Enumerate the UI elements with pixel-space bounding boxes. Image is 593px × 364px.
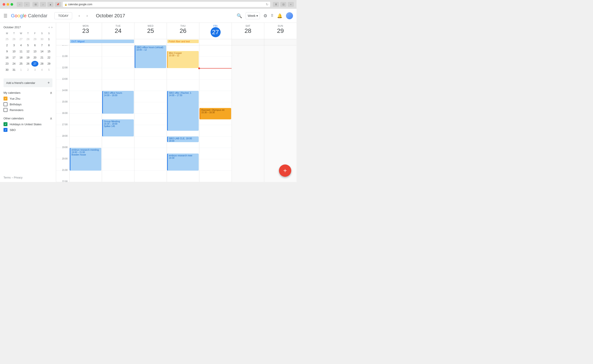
mini-cal-day[interactable]: 3 xyxy=(31,67,38,73)
mini-cal-day[interactable]: 19 xyxy=(25,55,32,60)
time-cell-2-0[interactable] xyxy=(69,68,102,79)
calendar-item-holidays[interactable]: ✓ Holidays in United States xyxy=(4,121,52,127)
reminders-checkbox[interactable] xyxy=(4,108,7,112)
today-button[interactable]: TODAY xyxy=(54,12,72,19)
time-cell-3-5[interactable] xyxy=(232,79,264,91)
time-cell-7-6[interactable] xyxy=(264,125,296,136)
event-embryo-research-mon[interactable]: embryo research meeting19:00 – 21:00Bowd… xyxy=(70,148,101,171)
mini-cal-day[interactable]: 27 xyxy=(18,36,25,42)
mini-cal-day[interactable]: 5 xyxy=(25,42,32,48)
address-bar[interactable]: 🔒 calendar.google.com ↻ xyxy=(63,2,270,7)
add-friend-calendar-button[interactable]: Add a friend's calendar + xyxy=(4,78,52,87)
apps-button[interactable]: ⠿ xyxy=(271,13,273,18)
mini-cal-day[interactable]: 12 xyxy=(25,49,32,54)
time-cell-9-4[interactable] xyxy=(199,148,232,159)
time-cell-6-0[interactable] xyxy=(69,114,102,125)
close-button[interactable] xyxy=(3,3,5,6)
mini-cal-day[interactable]: 24 xyxy=(11,61,18,67)
time-cell-0-1[interactable] xyxy=(102,45,134,57)
mini-cal-day[interactable]: 26 xyxy=(25,61,32,67)
time-cell-11-3[interactable] xyxy=(167,171,199,182)
time-cell-1-0[interactable] xyxy=(69,57,102,68)
time-cell-0-4[interactable] xyxy=(199,45,232,57)
other-calendars-collapse[interactable]: ∧ xyxy=(50,116,52,120)
time-cell-0-6[interactable] xyxy=(264,45,296,57)
my-calendars-collapse[interactable]: ∧ xyxy=(50,91,52,95)
time-cell-9-6[interactable] xyxy=(264,148,296,159)
event-embryo-research-thu[interactable]: embryo research mee19:30 xyxy=(167,154,199,171)
mini-cal-day[interactable]: 3 xyxy=(11,42,18,48)
time-cell-4-6[interactable] xyxy=(264,91,296,102)
mini-cal-day[interactable]: 25 xyxy=(18,61,25,67)
prev-week-button[interactable]: ‹ xyxy=(76,12,83,19)
mini-cal-day[interactable]: 20 xyxy=(31,55,38,60)
mini-cal-next[interactable]: › xyxy=(51,26,52,29)
time-cell-0-5[interactable] xyxy=(232,45,264,57)
time-cell-7-0[interactable] xyxy=(69,125,102,136)
view-selector[interactable]: Week ▾ xyxy=(246,12,260,19)
sbo-checkbox[interactable]: ✓ xyxy=(4,128,7,132)
next-week-button[interactable]: › xyxy=(84,12,91,19)
out-miguel-event[interactable]: OUT: Miguel xyxy=(70,40,134,43)
user-avatar[interactable] xyxy=(286,12,293,19)
event-sbo-office-hours-thu[interactable]: SBO offie | Rachel, 114:00 – 17:30 xyxy=(167,91,199,131)
calendar-item-sbo[interactable]: ✓ SBO xyxy=(4,127,52,133)
mini-cal-day[interactable]: 10 xyxy=(11,49,18,54)
time-cell-4-4[interactable] xyxy=(199,91,232,102)
time-cell-2-6[interactable] xyxy=(264,68,296,79)
calendar-item-reminders[interactable]: Reminders xyxy=(4,107,52,113)
mini-cal-day[interactable]: 15 xyxy=(45,49,52,54)
time-cell-10-2[interactable] xyxy=(134,159,167,171)
create-event-button[interactable]: + xyxy=(279,164,291,177)
mini-cal-day[interactable]: 29 xyxy=(31,36,38,42)
time-cell-8-5[interactable] xyxy=(232,136,264,148)
minimize-button[interactable] xyxy=(7,3,9,6)
upload-icon[interactable]: ⬆ xyxy=(273,2,279,7)
mini-cal-day[interactable]: 11 xyxy=(18,49,25,54)
time-cell-8-0[interactable] xyxy=(69,136,102,148)
time-cell-11-2[interactable] xyxy=(134,171,167,182)
time-cell-2-4[interactable] xyxy=(199,68,232,79)
time-cell-11-1[interactable] xyxy=(102,171,134,182)
polish-fiber-event[interactable]: Polish fiber and test xyxy=(167,40,199,43)
calendar-item-birthdays[interactable]: Birthdays xyxy=(4,101,52,107)
time-cell-6-5[interactable] xyxy=(232,114,264,125)
time-cell-10-4[interactable] xyxy=(199,159,232,171)
time-cell-11-0[interactable] xyxy=(69,171,102,182)
time-cell-3-4[interactable] xyxy=(199,79,232,91)
bookmark-icon[interactable]: ♪ xyxy=(40,2,46,7)
new-tab-icon[interactable]: + xyxy=(288,2,294,7)
time-cell-8-1[interactable] xyxy=(102,136,134,148)
mini-cal-day[interactable]: 31 xyxy=(11,67,18,73)
back-button[interactable]: ‹ xyxy=(17,2,23,7)
mini-cal-day[interactable]: 28 xyxy=(25,36,32,42)
mini-cal-day[interactable]: 26 xyxy=(11,36,18,42)
mini-cal-day[interactable]: 4 xyxy=(38,67,45,73)
time-cell-4-5[interactable] xyxy=(232,91,264,102)
time-cell-2-1[interactable] xyxy=(102,68,134,79)
mini-cal-day[interactable]: 22 xyxy=(45,55,52,60)
mini-cal-day[interactable]: 17 xyxy=(11,55,18,60)
time-cell-10-1[interactable] xyxy=(102,159,134,171)
maximize-button[interactable] xyxy=(11,3,13,6)
event-ravneet[interactable]: Ravneet: Olympus int15:30 – 16:30 xyxy=(200,108,231,119)
time-cell-11-5[interactable] xyxy=(232,171,264,182)
time-cell-1-1[interactable] xyxy=(102,57,134,68)
time-cell-3-6[interactable] xyxy=(264,79,296,91)
calendar-item-yue-zhu[interactable]: ✓ Yue Zhu xyxy=(4,96,52,101)
search-button[interactable]: 🔍 xyxy=(237,13,242,18)
time-cell-7-5[interactable] xyxy=(232,125,264,136)
share-icon[interactable]: ▲ xyxy=(47,2,54,7)
time-cell-9-2[interactable] xyxy=(134,148,167,159)
hamburger-menu[interactable]: ☰ xyxy=(4,13,7,18)
time-cell-3-3[interactable] xyxy=(167,79,199,91)
time-cell-6-6[interactable] xyxy=(264,114,296,125)
time-cell-5-0[interactable] xyxy=(69,102,102,114)
mini-cal-day[interactable]: 14 xyxy=(38,49,45,54)
time-cell-7-2[interactable] xyxy=(134,125,167,136)
time-cell-1-5[interactable] xyxy=(232,57,264,68)
time-cell-2-5[interactable] xyxy=(232,68,264,79)
event-group-meeting[interactable]: Group Meeting16:30 – 18:00Spilker 145 xyxy=(102,119,134,136)
mini-cal-day[interactable]: 23 xyxy=(4,61,11,67)
notifications-button[interactable]: 🔔 xyxy=(277,13,283,18)
